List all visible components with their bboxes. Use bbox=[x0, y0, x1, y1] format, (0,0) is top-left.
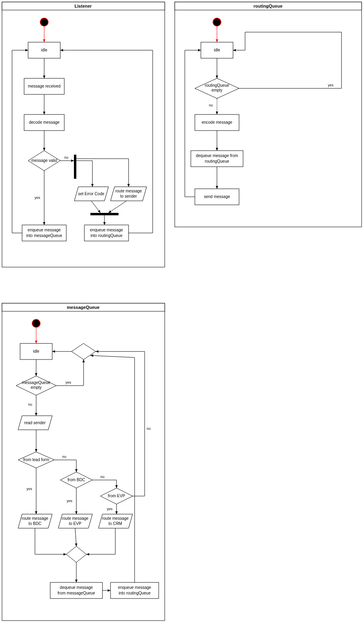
svg-text:enqueue message: enqueue message bbox=[90, 228, 123, 232]
mq-dequeue bbox=[50, 582, 102, 598]
svg-text:messageQueue: messageQueue bbox=[22, 380, 51, 385]
svg-text:no: no bbox=[62, 455, 66, 459]
svg-text:encode message: encode message bbox=[202, 120, 233, 125]
svg-text:no: no bbox=[28, 402, 32, 406]
svg-text:route message: route message bbox=[102, 516, 129, 521]
svg-text:empty: empty bbox=[31, 385, 41, 390]
svg-text:decode message: decode message bbox=[29, 120, 60, 125]
svg-text:into routingQueue: into routingQueue bbox=[90, 233, 123, 238]
svg-text:into routingQueue: into routingQueue bbox=[119, 591, 151, 595]
svg-text:route message: route message bbox=[62, 516, 89, 521]
svg-text:to CRM: to CRM bbox=[108, 521, 122, 526]
svg-text:to EVP: to EVP bbox=[69, 521, 81, 526]
svg-text:into messageQueue: into messageQueue bbox=[26, 233, 62, 238]
svg-text:send message: send message bbox=[204, 194, 230, 199]
svg-text:from lead form: from lead form bbox=[23, 458, 49, 462]
rq-dequeue bbox=[191, 151, 243, 167]
svg-text:route message: route message bbox=[22, 516, 49, 521]
listener-join bbox=[90, 213, 119, 215]
listener-enqueue-mq bbox=[22, 225, 66, 241]
svg-text:yes: yes bbox=[107, 507, 113, 511]
listener-initial bbox=[40, 18, 48, 26]
routingqueue-title: routingQueue bbox=[254, 4, 282, 8]
listener-fork bbox=[74, 155, 76, 179]
svg-text:routingQueue: routingQueue bbox=[205, 83, 229, 88]
svg-text:yes: yes bbox=[67, 499, 73, 503]
svg-text:from BDC: from BDC bbox=[67, 478, 85, 482]
svg-text:message valid: message valid bbox=[31, 158, 57, 163]
svg-text:dequeue message from: dequeue message from bbox=[196, 153, 238, 158]
svg-text:idle: idle bbox=[214, 48, 220, 52]
listener-title: Listener bbox=[75, 4, 92, 8]
svg-text:no: no bbox=[209, 103, 213, 107]
listener-enqueue-rq bbox=[84, 225, 129, 241]
svg-text:enqueue message: enqueue message bbox=[118, 585, 151, 590]
svg-text:yes: yes bbox=[328, 83, 334, 87]
svg-text:idle: idle bbox=[41, 48, 47, 52]
svg-text:set Error Code: set Error Code bbox=[78, 192, 104, 196]
svg-text:no: no bbox=[64, 155, 68, 159]
mq-enqueue-rq bbox=[110, 582, 159, 598]
svg-text:idle: idle bbox=[33, 349, 39, 353]
svg-text:no: no bbox=[100, 475, 104, 479]
svg-text:to sender: to sender bbox=[120, 194, 137, 198]
svg-text:no: no bbox=[147, 427, 151, 431]
routingqueue-panel: routingQueue idle routingQueue empty yes… bbox=[175, 2, 362, 227]
svg-text:routingQueue: routingQueue bbox=[205, 159, 229, 163]
messagequeue-panel: messageQueue idle messageQueue empty yes… bbox=[2, 303, 165, 621]
svg-text:from EVP: from EVP bbox=[108, 494, 125, 498]
messagequeue-title: messageQueue bbox=[67, 305, 99, 310]
svg-text:yes: yes bbox=[27, 487, 33, 491]
rq-initial bbox=[213, 18, 221, 26]
svg-text:to BDC: to BDC bbox=[29, 521, 41, 526]
svg-text:from messageQueue: from messageQueue bbox=[57, 591, 95, 595]
svg-text:message received: message received bbox=[28, 84, 60, 88]
listener-panel: Listener idle message received decode me… bbox=[2, 2, 165, 267]
svg-text:route message: route message bbox=[115, 189, 142, 193]
svg-text:enqueue message: enqueue message bbox=[28, 228, 61, 232]
svg-text:empty: empty bbox=[211, 88, 222, 92]
mq-initial bbox=[32, 319, 40, 327]
svg-text:yes: yes bbox=[65, 380, 72, 384]
svg-text:yes: yes bbox=[35, 196, 41, 200]
svg-text:read sender: read sender bbox=[24, 421, 46, 425]
svg-text:dequeue message: dequeue message bbox=[60, 585, 93, 590]
